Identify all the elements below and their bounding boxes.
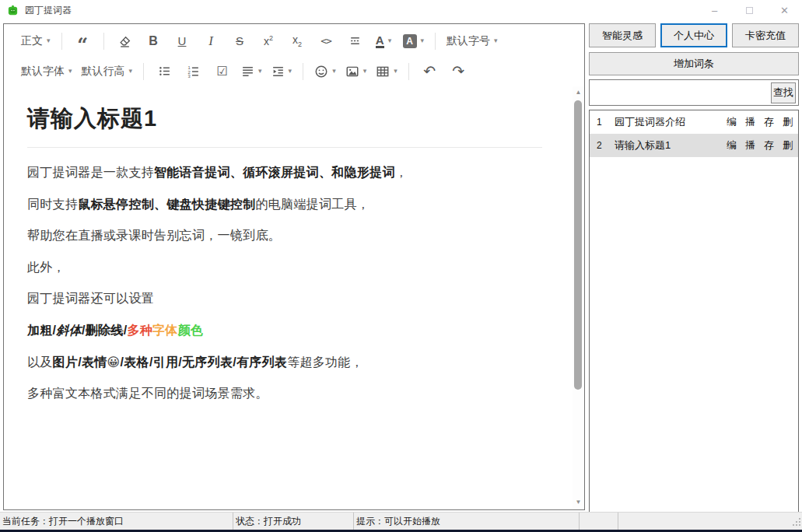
entry-actions: 编播存删: [727, 138, 798, 152]
code-button[interactable]: <>: [312, 29, 341, 54]
entry-save-button[interactable]: 存: [764, 138, 774, 152]
paragraph-style-dropdown[interactable]: 正文▾: [16, 29, 55, 54]
clear-format-button[interactable]: [110, 29, 139, 54]
indent-icon: [271, 65, 285, 78]
bold-button[interactable]: B: [139, 29, 168, 54]
bg-color-dropdown[interactable]: A▾: [398, 29, 429, 54]
status-empty-2: [618, 513, 802, 530]
underline-button[interactable]: U: [168, 29, 197, 54]
indent-dropdown[interactable]: ▾: [267, 59, 297, 84]
personal-center-button[interactable]: 个人中心: [660, 23, 727, 47]
entry-index: 2: [590, 140, 607, 151]
editor-paragraph[interactable]: 此外，: [27, 261, 542, 275]
redo-button[interactable]: ↷: [444, 59, 473, 84]
chevron-down-icon: ▾: [289, 68, 292, 75]
entry-delete-button[interactable]: 删: [783, 115, 793, 129]
entry-edit-button[interactable]: 编: [727, 115, 737, 129]
align-dropdown[interactable]: ▾: [236, 59, 267, 84]
font-color-dropdown[interactable]: A▾: [369, 29, 398, 54]
blockquote-button[interactable]: “: [68, 29, 97, 54]
editor-paragraph[interactable]: 帮助您在直播或录课时告别忘词，一镜到底。: [27, 229, 542, 243]
entry-title[interactable]: 园丁提词器介绍: [607, 115, 727, 129]
search-bar: 查找: [589, 79, 799, 106]
text-segment: 帮助您在直播或录课时告别忘词，一镜到底。: [27, 229, 281, 242]
text-segment: 多种: [127, 324, 152, 337]
status-state: 状态：打开成功: [233, 513, 354, 530]
text-segment: 同时支持: [27, 198, 78, 211]
scrollbar-thumb[interactable]: [574, 100, 582, 390]
entry-index: 1: [590, 117, 607, 128]
entry-delete-button[interactable]: 删: [783, 138, 793, 152]
close-button[interactable]: ✕: [767, 0, 802, 20]
toolbar-row-2: 默认字体▾ 默认行高▾ 1 2 3 ☑: [16, 56, 584, 86]
ordered-list-button[interactable]: 1 2 3: [179, 59, 208, 84]
font-color-icon: A: [376, 34, 384, 48]
entry-save-button[interactable]: 存: [764, 115, 774, 129]
table-dropdown[interactable]: ▾: [371, 59, 402, 84]
editor-paragraph[interactable]: 园丁提词器是一款支持智能语音提词、循环滚屏提词、和隐形提词，: [27, 166, 542, 180]
chevron-down-icon: ▾: [494, 37, 498, 44]
entry-edit-button[interactable]: 编: [727, 138, 737, 152]
chevron-down-icon: ▾: [332, 68, 336, 75]
entry-row[interactable]: 2请输入标题1编播存删: [590, 134, 798, 157]
toolbar-separator: [61, 33, 62, 50]
editor-paragraph[interactable]: 以及图片/表情😀/表格/引用/无序列表/有序列表等超多功能，: [27, 355, 542, 369]
blockquote-icon: “: [77, 33, 88, 49]
bullet-list-button[interactable]: [150, 59, 179, 84]
status-current-task: 当前任务：打开一个播放窗口: [0, 513, 233, 530]
maximize-button[interactable]: [732, 0, 767, 20]
text-segment: 😀: [107, 355, 121, 369]
scroll-up-arrow-icon[interactable]: ▲: [573, 86, 584, 98]
add-entry-button[interactable]: 增加词条: [589, 52, 799, 75]
editor-toolbar: 正文▾ “ B U I S x2 x2 <> A▾: [4, 24, 584, 86]
entry-play-button[interactable]: 播: [745, 138, 755, 152]
find-button[interactable]: 查找: [771, 82, 796, 103]
font-size-dropdown[interactable]: 默认字号▾: [442, 29, 503, 54]
editor-paragraph[interactable]: 同时支持鼠标悬停控制、键盘快捷键控制的电脑端提词工具，: [27, 198, 542, 212]
align-icon: [241, 65, 254, 78]
entry-row[interactable]: 1园丁提词器介绍编播存删: [590, 110, 798, 134]
chevron-down-icon: ▾: [388, 37, 392, 44]
editor-paragraph[interactable]: 多种富文本格式满足不同的提词场景需求。: [27, 387, 542, 401]
emoji-dropdown[interactable]: ▾: [310, 59, 341, 84]
toolbar-separator: [303, 63, 303, 80]
bullet-list-icon: [158, 65, 171, 78]
search-input[interactable]: [590, 82, 771, 103]
editor-scrollbar[interactable]: ▲ ▼: [573, 86, 584, 509]
card-recharge-button[interactable]: 卡密充值: [732, 23, 799, 47]
todo-list-icon: ☑: [216, 64, 227, 79]
superscript-button[interactable]: x2: [254, 29, 283, 54]
text-segment: 的电脑端提词工具，: [255, 198, 369, 211]
text-segment: /表格/引用/无序列表/有序列表: [121, 355, 288, 369]
undo-button[interactable]: ↶: [415, 59, 444, 84]
maximize-icon: [746, 7, 753, 14]
line-height-dropdown[interactable]: 默认行高▾: [77, 59, 138, 84]
text-segment: 园丁提词器是一款支持: [27, 166, 154, 179]
editor-paragraph[interactable]: 加粗/斜体/删除线/多种字体颜色: [27, 324, 542, 338]
minimize-button[interactable]: –: [697, 0, 732, 20]
text-segment: 多种富文本格式满足不同的提词场景需求。: [27, 387, 268, 400]
editor-paragraph[interactable]: 园丁提词器还可以设置: [27, 292, 542, 306]
italic-button[interactable]: I: [197, 29, 226, 54]
bg-color-icon: A: [403, 34, 417, 48]
divider-button[interactable]: [341, 29, 369, 54]
smart-inspiration-button[interactable]: 智能灵感: [589, 23, 656, 47]
chevron-down-icon: ▾: [68, 68, 72, 75]
redo-icon: ↷: [452, 62, 464, 80]
status-empty-1: [580, 513, 618, 530]
text-segment: 此外，: [27, 261, 65, 274]
resize-grip[interactable]: [793, 518, 800, 526]
entry-play-button[interactable]: 播: [745, 115, 755, 129]
strikethrough-button[interactable]: S: [226, 29, 254, 54]
image-dropdown[interactable]: ▾: [341, 59, 372, 84]
font-family-dropdown[interactable]: 默认字体▾: [16, 59, 77, 84]
entry-actions: 编播存删: [727, 115, 798, 129]
document-title[interactable]: 请输入标题1: [27, 103, 542, 135]
toolbar-separator: [103, 33, 104, 50]
editor-content[interactable]: 请输入标题1 园丁提词器是一款支持智能语音提词、循环滚屏提词、和隐形提词，同时支…: [4, 86, 573, 509]
scroll-down-arrow-icon[interactable]: ▼: [573, 496, 584, 508]
entry-title[interactable]: 请输入标题1: [607, 138, 727, 152]
text-segment: 加粗: [27, 324, 53, 337]
todo-list-button[interactable]: ☑: [208, 59, 236, 84]
subscript-button[interactable]: x2: [283, 29, 312, 54]
